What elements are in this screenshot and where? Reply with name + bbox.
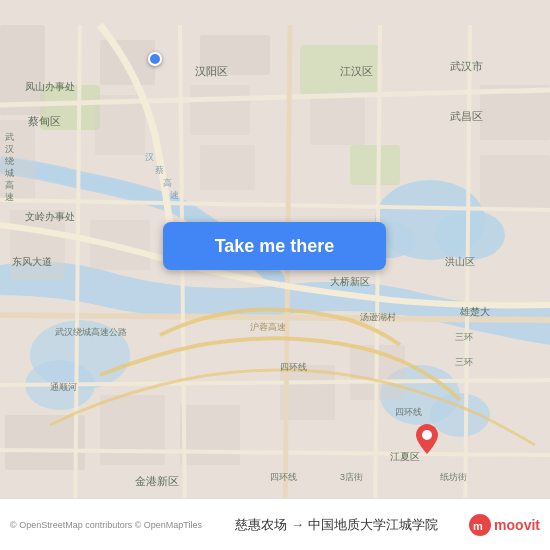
svg-text:武昌区: 武昌区 (450, 110, 483, 122)
svg-text:高: 高 (5, 180, 14, 190)
route-to: 中国地质大学江城学院 (308, 516, 438, 534)
map-background: 汉 蔡 高 速 武 汉 绕 城 高 速 蔡甸区 东风大道 凤山办事处 凤山办事处… (0, 0, 550, 550)
svg-text:汤逊湖村: 汤逊湖村 (360, 312, 396, 322)
svg-rect-10 (350, 145, 400, 185)
destination-marker (416, 424, 438, 454)
svg-rect-24 (100, 395, 165, 465)
svg-text:蔡: 蔡 (155, 165, 164, 175)
svg-text:文岭办事处: 文岭办事处 (25, 211, 75, 222)
take-me-there-button[interactable]: Take me there (163, 222, 386, 270)
route-from: 慈惠农场 (235, 516, 287, 534)
svg-rect-22 (480, 155, 550, 210)
svg-text:高: 高 (163, 178, 172, 188)
map-container: 汉 蔡 高 速 武 汉 绕 城 高 速 蔡甸区 东风大道 凤山办事处 凤山办事处… (0, 0, 550, 550)
svg-rect-23 (5, 415, 85, 470)
svg-text:大桥新区: 大桥新区 (330, 276, 370, 287)
svg-text:武汉绕城高速公路: 武汉绕城高速公路 (55, 327, 127, 337)
svg-text:四环线: 四环线 (280, 362, 307, 372)
svg-text:纸坊街: 纸坊街 (440, 472, 467, 482)
copyright-text: © OpenStreetMap contributors © OpenMapTi… (10, 520, 202, 530)
moovit-text: moovit (494, 517, 540, 533)
svg-text:武: 武 (5, 132, 14, 142)
moovit-icon: m (469, 514, 491, 536)
svg-text:城: 城 (4, 168, 14, 178)
svg-text:沪蓉高速: 沪蓉高速 (250, 322, 286, 332)
footer: © OpenStreetMap contributors © OpenMapTi… (0, 498, 550, 550)
footer-route: 慈惠农场 → 中国地质大学江城学院 (210, 516, 463, 534)
moovit-logo: m moovit (469, 514, 540, 536)
svg-text:绕: 绕 (5, 156, 14, 166)
svg-text:通顺河: 通顺河 (50, 382, 77, 392)
footer-copyright: © OpenStreetMap contributors © OpenMapTi… (10, 520, 202, 530)
svg-text:四环线: 四环线 (395, 407, 422, 417)
svg-rect-18 (190, 85, 250, 135)
svg-text:汉: 汉 (145, 152, 154, 162)
svg-text:洪山区: 洪山区 (445, 256, 475, 267)
svg-text:汉阳区: 汉阳区 (195, 65, 228, 77)
svg-text:凤山办事处: 凤山办事处 (25, 81, 75, 92)
svg-text:武汉市: 武汉市 (450, 60, 483, 72)
svg-text:速: 速 (170, 190, 179, 200)
svg-rect-20 (310, 95, 365, 145)
svg-text:3店街: 3店街 (340, 472, 363, 482)
origin-marker (148, 52, 162, 66)
svg-text:雄楚大: 雄楚大 (459, 306, 490, 317)
svg-text:三环: 三环 (455, 357, 473, 367)
svg-text:江汉区: 江汉区 (340, 65, 373, 77)
svg-text:m: m (473, 520, 483, 532)
svg-text:三环: 三环 (455, 332, 473, 342)
svg-text:四环线: 四环线 (270, 472, 297, 482)
svg-rect-25 (180, 405, 240, 465)
svg-text:蔡甸区: 蔡甸区 (28, 115, 61, 127)
svg-text:东风大道: 东风大道 (12, 256, 52, 267)
svg-text:金港新区: 金港新区 (135, 475, 179, 487)
svg-text:汉: 汉 (5, 144, 14, 154)
svg-rect-19 (200, 145, 255, 190)
route-arrow: → (291, 517, 304, 532)
svg-point-74 (422, 430, 432, 440)
